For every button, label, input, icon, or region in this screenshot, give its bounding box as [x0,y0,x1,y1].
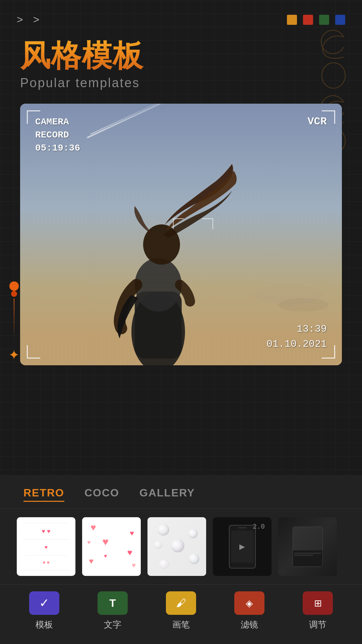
tool-filter-label: 滤镜 [241,619,258,631]
preview-container: CAMERA RECORD 05:19:36 VCR 13:39 01.10.2… [20,104,342,365]
template-thumb-3[interactable] [147,517,206,576]
tool-template[interactable]: ✓ 模板 [29,591,59,631]
star-icon: ✦ [8,347,20,363]
tool-adjust[interactable]: ⊞ 调节 [303,591,333,631]
template-tabs: RETRO COCO GALLERY [0,475,362,509]
tab-coco[interactable]: COCO [84,487,119,502]
side-line [14,299,14,339]
vcr-camera-label: CAMERA RECORD 05:19:36 [35,115,80,155]
template-thumbnails: ♥ ♥ ♥ ♥ ♥ ♥ ♥ ♥ ♥ ♥ ♥ ♥ ♥ [0,509,362,584]
swatch-blue[interactable] [335,15,345,25]
preview-image: CAMERA RECORD 05:19:36 VCR 13:39 01.10.2… [20,104,342,365]
top-bar: > > [0,0,362,33]
tool-filter[interactable]: ◈ 滤镜 [234,591,264,631]
swatch-red[interactable] [303,15,313,25]
filter-icon: ◈ [246,598,253,609]
tool-adjust-label: 调节 [309,619,326,631]
text-icon: T [109,597,116,609]
tool-brush-label: 画笔 [172,619,190,631]
tool-text[interactable]: T 文字 [98,591,128,631]
template-thumb-4[interactable]: ▶ 2.0 [213,517,272,576]
swatch-amber[interactable] [287,15,297,25]
tool-template-label: 模板 [36,619,53,631]
vcr-datetime: 13:39 01.10.2021 [266,322,327,352]
swatch-green[interactable] [319,15,329,25]
check-icon: ✓ [39,596,49,610]
cloud-2 [278,298,328,312]
focus-bracket [173,218,213,245]
nav-arrows: > > [17,13,39,26]
page-title-english: Popular templates [20,76,342,90]
adjust-icon: ⊞ [314,598,322,609]
tab-retro[interactable]: RETRO [23,487,64,502]
corner-bracket-tr [322,110,335,124]
figure-silhouette [84,151,245,365]
back-arrow-2[interactable]: > [33,13,40,26]
header-section: 风格模板 Popular templates [0,33,362,94]
corner-bracket-br [322,345,335,359]
dot-small [11,291,17,297]
toolbar: ✓ 模板 T 文字 🖌 画笔 ◈ 滤镜 ⊞ 调节 [0,584,362,644]
page-title-chinese: 风格模板 [20,39,342,72]
dot-large [9,281,19,291]
template-thumb-1[interactable]: ♥ ♥ ♥ ♥ ♥ [17,517,75,576]
brush-icon: 🖌 [176,597,186,609]
tab-gallery[interactable]: GALLERY [139,487,195,502]
corner-bracket-bl [27,345,40,359]
back-arrow-1[interactable]: > [17,13,23,26]
tool-brush[interactable]: 🖌 画笔 [166,591,196,631]
corner-bracket-tl [27,110,40,124]
side-decoration: ✦ [8,281,20,363]
template-thumb-2[interactable]: ♥ ♥ ♥ ♥ ♥ ♥ ♥ ♥ [82,517,141,576]
color-swatches [287,15,345,25]
tool-text-label: 文字 [104,619,121,631]
template-thumb-5[interactable] [278,517,337,576]
bottom-panel: RETRO COCO GALLERY ♥ ♥ ♥ ♥ ♥ ♥ ♥ ♥ ♥ [0,475,362,644]
